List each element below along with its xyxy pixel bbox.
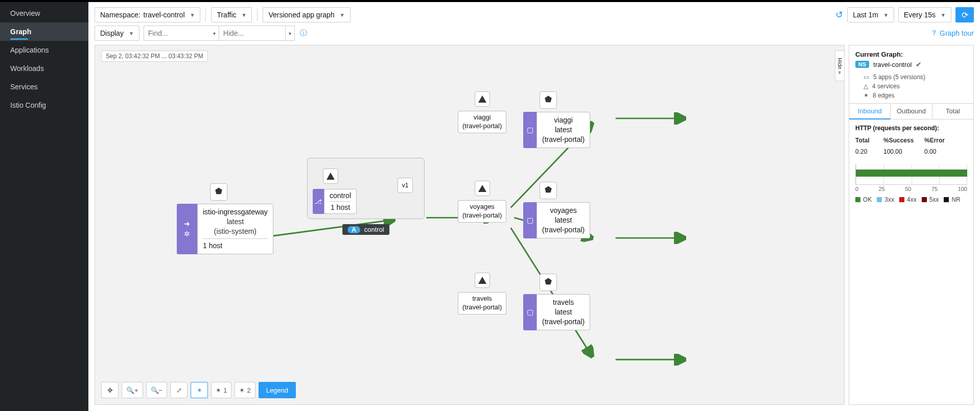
sidebar-item-overview[interactable]: Overview bbox=[0, 4, 88, 22]
time-range-selector[interactable]: Last 1m ▼ bbox=[847, 7, 894, 22]
caret-down-icon: ▼ bbox=[340, 12, 345, 18]
legend-4xx: 4xx bbox=[899, 196, 917, 203]
node-ingress-icon[interactable] bbox=[210, 183, 227, 201]
control-title: control bbox=[330, 191, 351, 200]
namespace-label: Namespace: bbox=[100, 11, 141, 19]
wl-namespace: (travel-portal) bbox=[542, 225, 585, 235]
time-range-label: Last 1m bbox=[853, 11, 878, 19]
svc-name: viaggi bbox=[462, 113, 502, 122]
legend-ok: OK bbox=[855, 196, 872, 203]
panel-title: Current Graph: bbox=[849, 45, 973, 60]
node-wl-viaggi-icon[interactable] bbox=[540, 91, 557, 109]
graph-type-selector[interactable]: Versioned app graph ▼ bbox=[263, 7, 350, 22]
th-total: Total bbox=[855, 137, 883, 144]
fit-button[interactable]: ⤢ bbox=[170, 382, 188, 398]
sidebar-item-services[interactable]: Services bbox=[0, 78, 88, 96]
panel-collapse-handle[interactable]: Hide » bbox=[835, 51, 844, 81]
svc-namespace: (travel-portal) bbox=[462, 122, 502, 131]
node-wl-voyages[interactable]: ▢ voyages latest (travel-portal) bbox=[523, 202, 590, 238]
sidebar-item-applications[interactable]: Applications bbox=[0, 41, 88, 59]
node-wl-travels[interactable]: ▢ travels latest (travel-portal) bbox=[523, 294, 590, 330]
td-error: 0.00 bbox=[924, 148, 967, 155]
graph-canvas[interactable]: Sep 2, 03:42:32 PM ... 03:43:32 PM Hide … bbox=[95, 45, 845, 405]
app-group-control[interactable]: v1 ⎇ control 1 host A control bbox=[307, 158, 425, 219]
node-namespace: (istio-system) bbox=[203, 227, 268, 236]
display-selector[interactable]: Display ▼ bbox=[95, 26, 139, 41]
wl-version: latest bbox=[542, 215, 585, 225]
graph-icon: ✶ bbox=[239, 386, 245, 394]
tab-inbound[interactable]: Inbound bbox=[849, 104, 891, 119]
graph-tour-link[interactable]: ？ Graph tour bbox=[930, 29, 974, 38]
legend-button[interactable]: Legend bbox=[259, 382, 296, 398]
info-icon[interactable]: ⓘ bbox=[300, 29, 307, 38]
layout-default-button[interactable]: ✶ bbox=[191, 382, 208, 398]
http-legend: OK 3xx 4xx 5xx NR bbox=[849, 192, 973, 209]
sidebar-item-graph[interactable]: Graph bbox=[0, 22, 88, 41]
find-dropdown-handle[interactable]: ▾ bbox=[210, 26, 219, 41]
apps-icon: ▭ bbox=[864, 74, 869, 81]
axis-tick: 75 bbox=[931, 186, 938, 192]
layout-1-label: 1 bbox=[223, 386, 227, 394]
version-node-v1[interactable]: v1 bbox=[398, 178, 413, 193]
tab-total[interactable]: Total bbox=[932, 104, 973, 119]
history-icon[interactable]: ↺ bbox=[835, 9, 843, 20]
wl-name: travels bbox=[542, 298, 585, 307]
workspace: Sep 2, 03:42:32 PM ... 03:43:32 PM Hide … bbox=[88, 45, 980, 411]
caret-down-icon: ▼ bbox=[190, 12, 195, 18]
axis-tick: 0 bbox=[855, 186, 858, 192]
zoom-out-icon: 🔍− bbox=[151, 386, 163, 394]
traffic-selector[interactable]: Traffic ▼ bbox=[211, 7, 252, 22]
hide-input[interactable] bbox=[219, 26, 286, 41]
namespace-row: NS travel-control ✔ bbox=[849, 60, 973, 74]
arrow-circle-icon: ➜ bbox=[184, 220, 190, 228]
zoom-out-button[interactable]: 🔍− bbox=[146, 382, 168, 398]
http-section-title: HTTP (requests per second): bbox=[849, 119, 973, 135]
layout-1-button[interactable]: ✶1 bbox=[211, 382, 231, 398]
service-icon bbox=[323, 168, 338, 184]
legend-5xx: 5xx bbox=[922, 196, 939, 203]
workload-icon bbox=[214, 187, 223, 198]
workload-icon bbox=[544, 185, 553, 196]
refresh-interval-selector[interactable]: Every 15s ▼ bbox=[898, 7, 951, 22]
refresh-interval-label: Every 15s bbox=[904, 11, 936, 19]
wl-version: latest bbox=[542, 125, 585, 135]
caret-down-icon: ▼ bbox=[941, 12, 946, 18]
drag-button[interactable]: ✥ bbox=[101, 382, 119, 398]
caret-down-icon: ▼ bbox=[883, 12, 889, 18]
services-count: 4 services bbox=[872, 83, 900, 90]
wl-version: latest bbox=[542, 307, 585, 317]
node-version: latest bbox=[203, 217, 268, 227]
sidebar-item-istio-config[interactable]: Istio Config bbox=[0, 96, 88, 114]
zoom-in-button[interactable]: 🔍+ bbox=[122, 382, 143, 398]
legend-nr: NR bbox=[944, 196, 960, 203]
find-input[interactable] bbox=[144, 26, 210, 41]
node-wl-travels-icon[interactable] bbox=[540, 274, 557, 291]
node-svc-voyages[interactable]: voyages (travel-portal) bbox=[458, 181, 506, 223]
node-svc-travels[interactable]: travels (travel-portal) bbox=[458, 273, 506, 315]
caret-down-icon: ▼ bbox=[129, 31, 134, 36]
namespace-selector[interactable]: Namespace: travel-control ▼ bbox=[95, 7, 200, 22]
svc-namespace: (travel-portal) bbox=[462, 211, 502, 220]
node-istio-ingressgateway[interactable]: ➜ ✲ istio-ingressgateway latest (istio-s… bbox=[177, 204, 273, 254]
traffic-label: Traffic bbox=[217, 11, 236, 19]
node-wl-voyages-icon[interactable] bbox=[540, 182, 557, 199]
hide-dropdown-handle[interactable]: ▾ bbox=[286, 26, 295, 41]
wl-name: viaggi bbox=[542, 115, 585, 125]
move-icon: ✥ bbox=[107, 386, 113, 394]
layout-2-button[interactable]: ✶2 bbox=[235, 382, 255, 398]
node-svc-viaggi[interactable]: viaggi (travel-portal) bbox=[458, 91, 506, 133]
axis-tick: 50 bbox=[905, 186, 911, 192]
toolbar-secondary: Display ▼ ▾ ▾ ⓘ ？ Graph tour bbox=[88, 26, 980, 45]
node-wl-viaggi[interactable]: ▢ viaggi latest (travel-portal) bbox=[523, 112, 590, 148]
tab-outbound[interactable]: Outbound bbox=[891, 104, 932, 119]
legend-3xx: 3xx bbox=[877, 196, 894, 203]
node-host: 1 host bbox=[203, 241, 268, 251]
refresh-button[interactable]: ⟳ bbox=[955, 7, 974, 22]
td-success: 100.00 bbox=[883, 148, 924, 155]
ns-name: travel-control bbox=[873, 61, 912, 68]
globe-icon: ✲ bbox=[184, 230, 190, 238]
sidebar-item-workloads[interactable]: Workloads bbox=[0, 59, 88, 78]
svc-namespace: (travel-portal) bbox=[462, 303, 502, 312]
graph-stats: ▭5 apps (5 versions) △4 services ✶8 edge… bbox=[849, 74, 973, 103]
edges-count: 8 edges bbox=[873, 92, 895, 99]
